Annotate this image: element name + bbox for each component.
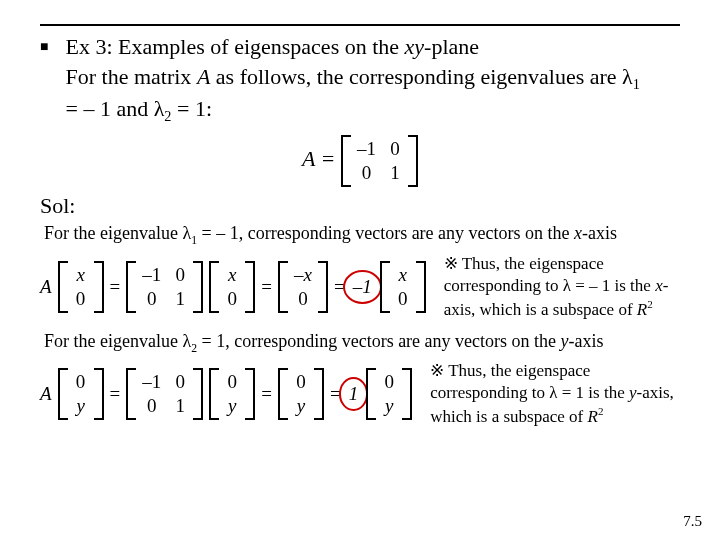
A-r2c2: 1 [388, 162, 402, 184]
matrix-A-def: A = –1 0 0 1 [40, 135, 680, 187]
top-rule [40, 24, 680, 26]
case2-scalar-circled: 1 [347, 383, 361, 405]
title-part1: Ex 3: Examples of eigenspaces on the [66, 34, 405, 59]
heading-text: Ex 3: Examples of eigenspaces on the xy-… [66, 32, 646, 127]
case1-line: For the eigenvalue λ1 = – 1, correspondi… [44, 223, 680, 247]
lambda2-sym: λ [154, 96, 165, 121]
matrix-A-body: –1 0 0 1 [341, 135, 418, 187]
slide: ■ Ex 3: Examples of eigenspaces on the x… [0, 0, 720, 428]
A-r1c2: 0 [388, 138, 402, 160]
heading-block: ■ Ex 3: Examples of eigenspaces on the x… [40, 32, 680, 127]
case1-equation: A x 0 = –1 0 0 1 x 0 = –x 0 = – [40, 261, 426, 313]
case1-note: ※ Thus, the eigenspace corresponding to … [444, 253, 680, 321]
solution-label: Sol: [40, 193, 680, 219]
lambda1-sym: λ [622, 64, 633, 89]
case1-scalar-circled: –1 [351, 276, 374, 298]
eigval2: = 1: [172, 96, 213, 121]
case2-note: ※ Thus, the eigenspace corresponding to … [430, 360, 680, 428]
lambda1-sub: 1 [633, 76, 640, 92]
slide-number: 7.5 [683, 513, 702, 530]
case2-equation: A 0 y = –1 0 0 1 0 y = 0 y = 1 [40, 368, 412, 420]
bullet-icon: ■ [40, 32, 60, 57]
matrix-A: A [197, 64, 210, 89]
line2a: For the matrix [66, 64, 197, 89]
A-r2c1: 0 [357, 162, 376, 184]
line2b: as follows, the corresponding eigenvalue… [210, 64, 622, 89]
case2-equation-row: A 0 y = –1 0 0 1 0 y = 0 y = 1 [40, 360, 680, 428]
lambda2-sub: 2 [164, 109, 171, 125]
eigval1: = – 1 and [66, 96, 154, 121]
title-xy: xy [405, 34, 425, 59]
A-r1c1: –1 [357, 138, 376, 160]
case1-equation-row: A x 0 = –1 0 0 1 x 0 = –x 0 = – [40, 253, 680, 321]
A-equals: A = [302, 146, 335, 171]
title-part2: -plane [424, 34, 479, 59]
case2-line: For the eigenvalue λ2 = 1, corresponding… [44, 331, 680, 355]
